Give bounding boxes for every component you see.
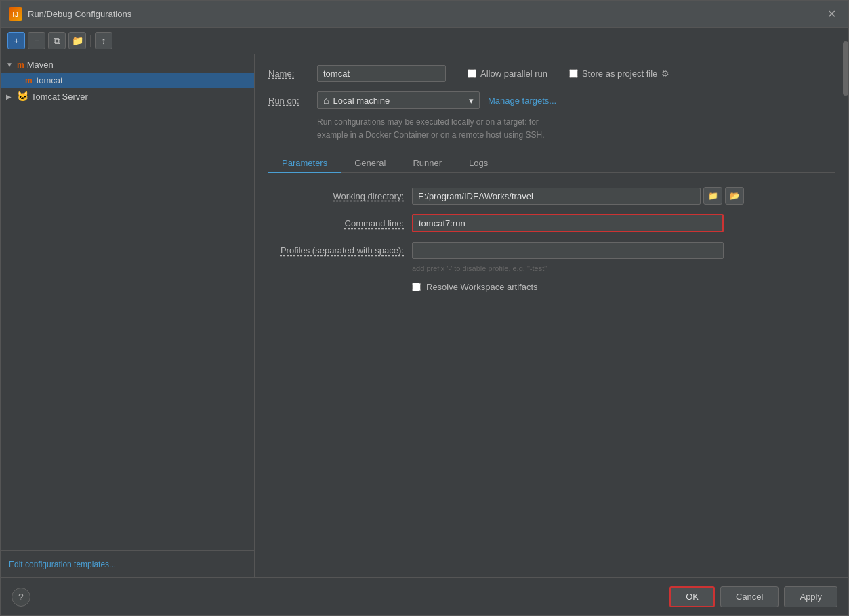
tab-parameters[interactable]: Parameters — [268, 154, 341, 173]
edit-templates-link[interactable]: Edit configuration templates... — [9, 560, 116, 569]
working-directory-input-group: 📁 📂 — [412, 187, 744, 205]
remove-configuration-button[interactable]: − — [28, 32, 45, 49]
info-text-line2: example in a Docker Container or on a re… — [317, 130, 545, 140]
action-buttons: OK Cancel Apply — [669, 586, 837, 607]
scrollbar-thumb[interactable] — [843, 54, 848, 96]
copy-icon: ⧉ — [54, 35, 60, 47]
tab-runner-label: Runner — [413, 158, 442, 168]
minus-icon: − — [34, 35, 39, 46]
maven-arrow: ▼ — [6, 61, 14, 68]
maven-group-label: Maven — [27, 60, 54, 70]
name-row: Name: Allow parallel run Store as projec… — [268, 65, 835, 82]
title-bar-left: IJ Run/Debug Configurations — [9, 7, 131, 21]
save-configuration-button[interactable]: 📁 — [68, 32, 86, 49]
maven-icon: m — [17, 60, 24, 70]
sidebar-footer: Edit configuration templates... — [1, 550, 254, 577]
toolbar: + − ⧉ 📁 ↕ — [1, 28, 848, 54]
folder-icon: 📁 — [72, 35, 83, 46]
chevron-down-icon: ▾ — [469, 96, 474, 106]
store-as-project-file-label: Store as project file — [582, 68, 657, 79]
parameters-form: Working directory: 📁 📂 Command line: — [268, 187, 835, 292]
tab-parameters-label: Parameters — [282, 158, 327, 168]
tomcat-server-group[interactable]: ▶ 🐱 Tomcat Server — [1, 88, 254, 104]
store-as-project-file-group: Store as project file ⚙ — [569, 68, 669, 79]
help-button[interactable]: ? — [12, 588, 30, 607]
name-input[interactable] — [317, 65, 446, 82]
profiles-hint: add prefix '-' to disable profile, e.g. … — [412, 264, 835, 272]
copy-configuration-button[interactable]: ⧉ — [48, 32, 66, 49]
tomcat-item-label: tomcat — [37, 75, 63, 85]
allow-parallel-run-label: Allow parallel run — [480, 68, 547, 79]
maven-group: ▼ m Maven m tomcat — [1, 57, 254, 88]
profiles-label: Profiles (separated with space): — [268, 245, 404, 255]
title-bar: IJ Run/Debug Configurations ✕ — [1, 1, 848, 28]
tabs-row: Parameters General Runner Logs — [268, 154, 835, 173]
right-panel: Name: Allow parallel run Store as projec… — [255, 54, 848, 577]
command-line-label: Command line: — [268, 218, 404, 228]
working-directory-label: Working directory: — [268, 191, 404, 201]
run-debug-configurations-dialog: IJ Run/Debug Configurations ✕ + − ⧉ 📁 ↕ — [0, 0, 849, 616]
local-machine-label: Local machine — [333, 96, 390, 106]
ok-button[interactable]: OK — [669, 586, 715, 607]
toolbar-divider — [90, 35, 91, 47]
working-directory-input[interactable] — [412, 188, 701, 205]
command-line-input[interactable] — [412, 214, 724, 232]
run-on-label: Run on: — [268, 96, 309, 106]
sidebar-item-tomcat[interactable]: m tomcat — [1, 73, 254, 88]
close-button[interactable]: ✕ — [823, 6, 840, 22]
allow-parallel-run-checkbox[interactable] — [468, 69, 476, 78]
run-on-row: Run on: ⌂ Local machine ▾ Manage targets… — [268, 91, 835, 109]
tab-general[interactable]: General — [341, 154, 399, 173]
tomcat-server-icon: 🐱 — [17, 91, 28, 102]
tomcat-server-arrow: ▶ — [6, 93, 14, 100]
store-as-project-file-checkbox[interactable] — [569, 69, 578, 78]
tab-logs[interactable]: Logs — [455, 154, 501, 173]
home-icon: ⌂ — [323, 95, 329, 106]
tab-general-label: General — [354, 158, 386, 168]
folder-alt-icon: 📂 — [730, 191, 740, 201]
resolve-workspace-row: Resolve Workspace artifacts — [412, 282, 835, 292]
cancel-button[interactable]: Cancel — [720, 586, 779, 607]
dialog-title: Run/Debug Configurations — [28, 9, 131, 19]
app-icon: IJ — [9, 7, 22, 21]
run-on-dropdown[interactable]: ⌂ Local machine ▾ — [317, 91, 480, 109]
name-label: Name: — [268, 68, 309, 79]
gear-icon[interactable]: ⚙ — [661, 68, 669, 79]
app-icon-label: IJ — [12, 10, 18, 18]
manage-targets-link[interactable]: Manage targets... — [488, 96, 556, 106]
apply-label: Apply — [800, 592, 822, 602]
tomcat-server-label: Tomcat Server — [31, 91, 88, 102]
apply-button[interactable]: Apply — [784, 586, 837, 607]
main-content: ▼ m Maven m tomcat ▶ 🐱 Tomcat Server — [1, 54, 848, 577]
folder-browse-icon: 📁 — [708, 191, 718, 201]
scrollbar-track — [843, 54, 848, 575]
maven-child-icon: m — [25, 76, 33, 85]
resolve-workspace-label: Resolve Workspace artifacts — [426, 282, 538, 292]
info-text-line1: Run configurations may be executed local… — [317, 117, 539, 127]
sort-configurations-button[interactable]: ↕ — [95, 32, 112, 49]
ok-label: OK — [686, 592, 699, 602]
tab-runner[interactable]: Runner — [399, 154, 455, 173]
question-icon: ? — [18, 592, 24, 602]
bottom-bar: ? OK Cancel Apply — [1, 577, 848, 615]
browse-folder-button[interactable]: 📁 — [703, 187, 722, 205]
profiles-row: Profiles (separated with space): — [268, 242, 835, 259]
add-configuration-button[interactable]: + — [7, 32, 25, 49]
browse-alt-button[interactable]: 📂 — [725, 187, 744, 205]
tab-logs-label: Logs — [469, 158, 488, 168]
working-directory-row: Working directory: 📁 📂 — [268, 187, 835, 205]
sidebar-tree: ▼ m Maven m tomcat ▶ 🐱 Tomcat Server — [1, 54, 254, 550]
command-line-row: Command line: — [268, 214, 835, 232]
profiles-input[interactable] — [412, 242, 724, 259]
sort-icon: ↕ — [102, 35, 106, 46]
run-on-info: Run configurations may be executed local… — [317, 116, 835, 142]
resolve-workspace-checkbox[interactable] — [412, 283, 421, 291]
maven-group-header[interactable]: ▼ m Maven — [1, 57, 254, 73]
sidebar: ▼ m Maven m tomcat ▶ 🐱 Tomcat Server — [1, 54, 255, 577]
plus-icon: + — [14, 35, 19, 46]
allow-parallel-run-group: Allow parallel run — [468, 68, 547, 79]
cancel-label: Cancel — [736, 592, 763, 602]
